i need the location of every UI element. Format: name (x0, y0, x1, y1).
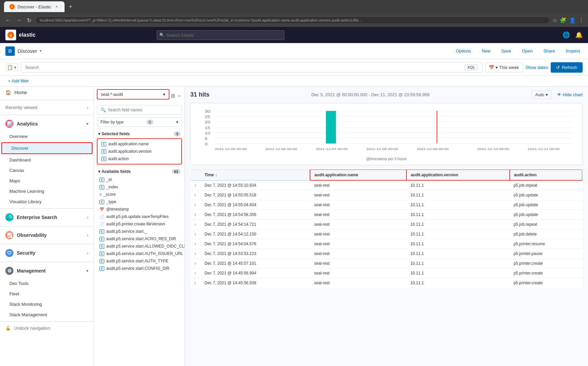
options-button[interactable]: Options (453, 47, 474, 55)
table-row[interactable]: › Dec 7, 2021 @ 14:55:04.604 seal-rest 1… (191, 200, 583, 210)
sidebar-section-management[interactable]: ⚙ Management ▾ (0, 263, 94, 278)
selected-fields-header[interactable]: ▾ Selected fields 3 (97, 130, 182, 138)
nav-forward-button[interactable]: → (15, 16, 23, 25)
tab-close-button[interactable]: × (54, 4, 59, 9)
avail-field-9[interactable]: t audit.p5.service.start.ALLOWED_OIDC_CL… (97, 243, 182, 250)
field-search-input[interactable] (108, 108, 178, 112)
expand-cell[interactable]: › (191, 200, 201, 210)
avail-field-5[interactable]: 📄 audit.p5.job.update.saveTempFiles (97, 213, 182, 220)
sidebar-item-machine-learning[interactable]: Machine Learning (0, 186, 94, 196)
selected-field-0[interactable]: t audit.application.name (99, 140, 180, 148)
sidebar-item-fleet[interactable]: Fleet (0, 289, 94, 299)
avail-field-10[interactable]: t audit.p5.service.start.AUTH_ISSUER_URL (97, 250, 182, 257)
expand-cell[interactable]: › (191, 249, 201, 259)
open-button[interactable]: Open (519, 47, 536, 55)
filter-type[interactable]: Filter by type 0 ▾ (97, 117, 182, 127)
expand-cell[interactable]: › (191, 278, 201, 288)
show-dates-button[interactable]: Show dates (525, 65, 548, 70)
settings-icon[interactable]: ↔ (177, 93, 182, 99)
sidebar-item-discover[interactable]: Discover (1, 142, 92, 154)
sidebar-item-stack-monitoring[interactable]: Stack Monitoring (0, 299, 94, 309)
field-search[interactable]: 🔍 (97, 105, 182, 115)
globe-icon[interactable]: 🌐 (562, 31, 570, 39)
table-row[interactable]: › Dec 7, 2021 @ 14:53:53.223 seal-rest 1… (191, 249, 583, 259)
table-row[interactable]: › Dec 7, 2021 @ 14:54:14.721 seal-rest 1… (191, 220, 583, 229)
table-row[interactable]: › Dec 7, 2021 @ 14:55:05.518 seal-rest 1… (191, 190, 583, 200)
table-row[interactable]: › Dec 7, 2021 @ 14:45:56.938 seal-rest 1… (191, 278, 583, 288)
notification-icon[interactable]: 🔔 (575, 31, 583, 39)
index-selector[interactable]: seal-*-audit ▾ (97, 89, 169, 100)
expand-cell[interactable]: › (191, 229, 201, 239)
refresh-button[interactable]: ↺ Refresh (551, 62, 583, 73)
selected-field-1[interactable]: t audit.application.version (99, 148, 180, 155)
sidebar-item-canvas[interactable]: Canvas (0, 165, 94, 176)
expand-cell[interactable]: › (191, 239, 201, 249)
app-version-cell: 10.11.1 (406, 210, 510, 220)
extensions-icon[interactable]: 🧩 (560, 17, 566, 24)
nav-back-button[interactable]: ← (4, 16, 12, 25)
expand-cell[interactable]: › (191, 210, 201, 220)
search-bar[interactable]: KQL (21, 62, 482, 73)
sidebar-section-analytics[interactable]: 📊 Analytics ▾ (0, 116, 94, 131)
expand-cell[interactable]: › (191, 190, 201, 200)
avail-field-index[interactable]: t _index (97, 183, 182, 191)
sidebar-section-observability[interactable]: 📈 Observability › (0, 228, 94, 243)
selected-field-2[interactable]: t audit.action (99, 155, 180, 162)
avail-field-id[interactable]: t _id (97, 176, 182, 183)
sidebar-home[interactable]: 🏠 Home (0, 86, 94, 99)
inspect-button[interactable]: Inspect (563, 47, 583, 55)
sidebar-item-dashboard[interactable]: Dashboard (0, 155, 94, 165)
kql-badge[interactable]: KQL (465, 64, 478, 70)
new-tab-button[interactable]: + (69, 3, 72, 10)
columns-icon[interactable]: ⊞ (171, 93, 175, 99)
expand-cell[interactable]: › (191, 180, 201, 190)
table-row[interactable]: › Dec 7, 2021 @ 14:54:58.356 seal-rest 1… (191, 210, 583, 220)
undock-nav[interactable]: 🔓 Undock navigation (0, 323, 94, 333)
elastic-logo[interactable]: e elastic (5, 30, 36, 40)
available-fields-header[interactable]: ▾ Available fields 63 (97, 167, 182, 176)
sidebar-item-visualize[interactable]: Visualize Library (0, 196, 94, 207)
expand-cell[interactable]: › (191, 268, 201, 278)
profile-icon[interactable]: 👤 (569, 17, 576, 24)
header-search-input[interactable] (157, 30, 284, 40)
save-button[interactable]: Save (499, 47, 514, 55)
avail-field-type[interactable]: t _type (97, 198, 182, 206)
time-picker[interactable]: 📅 ▾ This week (485, 63, 523, 72)
app-name-chevron[interactable]: ▾ (40, 49, 42, 53)
table-row[interactable]: › Dec 7, 2021 @ 14:54:04.576 seal-rest 1… (191, 239, 583, 249)
time-col[interactable]: Time ↓ (201, 170, 310, 180)
auto-selector[interactable]: Auto ▾ (532, 90, 552, 99)
sidebar-section-security[interactable]: 🛡 Security › (0, 246, 94, 260)
avail-field-11[interactable]: t audit.p5.service.start.AUTH_TYPE (97, 257, 182, 265)
avail-field-8[interactable]: t audit.p5.service.start.ACRO_RES_DIR (97, 235, 182, 243)
sidebar-section-enterprise[interactable]: 🔎 Enterprise Search › (0, 210, 94, 225)
browser-tab[interactable]: E Discover - Elastic × (4, 1, 65, 12)
menu-icon[interactable]: ⋮ (579, 17, 584, 24)
sidebar-item-dev-tools[interactable]: Dev Tools (0, 278, 94, 289)
avail-field-timestamp[interactable]: 📅 @timestamp (97, 206, 182, 213)
bookmark-icon[interactable]: ☆ (552, 17, 557, 24)
header-search[interactable] (157, 30, 325, 40)
avail-field-12[interactable]: t audit.p5.service.start.CONFIG_DIR (97, 265, 182, 272)
nav-refresh-button[interactable]: ↻ (26, 16, 33, 25)
add-filter-button[interactable]: + Add filter (5, 77, 32, 85)
table-row[interactable]: › Dec 7, 2021 @ 14:45:56.994 seal-rest 1… (191, 268, 583, 278)
new-button[interactable]: New (479, 47, 493, 55)
sidebar-item-overview[interactable]: Overview (0, 131, 94, 142)
table-row[interactable]: › Dec 7, 2021 @ 14:54:12.150 seal-rest 1… (191, 229, 583, 239)
expand-cell[interactable]: › (191, 259, 201, 268)
down-arrow-icon[interactable]: ▾ (14, 65, 16, 70)
table-row[interactable]: › Dec 7, 2021 @ 14:55:10.834 seal-rest 1… (191, 180, 583, 190)
share-button[interactable]: Share (541, 47, 558, 55)
search-input[interactable] (25, 65, 462, 70)
avail-field-6[interactable]: 📄 audit.p5.printer.create.fileVersion (97, 220, 182, 228)
sidebar-item-maps[interactable]: Maps (0, 176, 94, 186)
table-row[interactable]: › Dec 7, 2021 @ 14:45:57.101 seal-rest 1… (191, 259, 583, 268)
hide-chart-button[interactable]: 👁 Hide chart (557, 92, 583, 97)
recently-viewed-section[interactable]: Recently viewed › (0, 102, 94, 113)
sidebar-item-stack-management[interactable]: Stack Management (0, 309, 94, 320)
expand-cell[interactable]: › (191, 220, 201, 229)
avail-field-7[interactable]: t audit.p5.service.start._ (97, 228, 182, 235)
avail-field-score[interactable]: # _score (97, 191, 182, 198)
address-bar[interactable]: localhost:5601/app/discover#/?_g=(filter… (35, 16, 550, 24)
